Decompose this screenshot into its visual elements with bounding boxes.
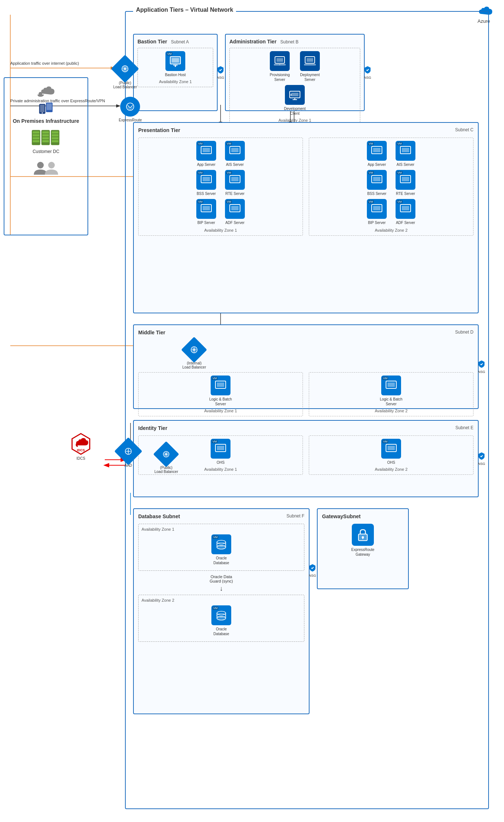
- db-z1-icon: VM: [211, 534, 231, 554]
- pres-z2-app-server: VM App Server: [364, 141, 390, 167]
- er-gateway-label: ExpressRoute Gateway: [351, 547, 375, 557]
- admin-nsg: NSG: [364, 65, 371, 79]
- bastion-nsg-label: NSG: [217, 76, 224, 79]
- identity-zone2-label: Availability Zone 2: [312, 467, 470, 472]
- svg-rect-27: [307, 58, 313, 62]
- admin-subnet-label: Subnet B: [280, 39, 299, 45]
- pres-z2-bip-label: BIP Server: [368, 220, 386, 225]
- identity-subnet-label: Subnet E: [455, 425, 473, 430]
- db-z1-label: Oracle Database: [208, 556, 234, 565]
- traffic-label-public: Application traffic over internet (publi…: [10, 61, 79, 65]
- users-icon: [4, 159, 87, 176]
- svg-rect-23: [276, 58, 283, 62]
- middle-zone1-label: Availability Zone 1: [142, 409, 300, 413]
- pres-z2-bss-server: VM BSS Server: [364, 170, 390, 196]
- database-subnet-title: Database Subnet: [138, 513, 180, 519]
- bastion-zone-box: VM Bastion Host Availability Zon: [137, 48, 213, 87]
- db-z2-icon: VM: [211, 605, 231, 625]
- pres-z2-rte-server: VM RTE Server: [393, 170, 418, 196]
- svg-rect-19: [172, 58, 179, 63]
- er-gateway-icon: [352, 524, 374, 546]
- db-sync-arrow: ↓: [138, 585, 304, 593]
- identity-nsg: NSG: [478, 452, 485, 466]
- pres-z1-bss-server: VM BSS Server: [193, 170, 219, 196]
- provisioning-server-icon: [270, 51, 290, 71]
- bastion-tier: Bastion Tier Subnet A VM: [133, 34, 218, 111]
- customer-dc-icon: [4, 128, 87, 147]
- presentation-tier: Presentation Tier Subnet C VM App Server: [133, 122, 479, 313]
- idcs-icon: IDCS: [69, 432, 93, 456]
- aad-unit: AAD: [118, 441, 138, 467]
- svg-rect-95: [42, 134, 49, 136]
- pres-z2-app-label: App Server: [368, 162, 386, 167]
- svg-rect-80: [362, 537, 363, 539]
- deployment-server-icon: [300, 51, 320, 71]
- svg-rect-58: [217, 382, 224, 387]
- db-zone1-box: Availability Zone 1 VM: [138, 524, 304, 571]
- svg-rect-28: [304, 64, 316, 65]
- identity-z2-ohs: VM OHS: [378, 439, 404, 465]
- presentation-zone2: VM App Server VM AIS Server: [309, 138, 473, 236]
- svg-rect-37: [203, 177, 210, 181]
- pres-z1-app-icon: VM: [196, 141, 216, 161]
- pres-z1-bip-label: BIP Server: [197, 220, 215, 225]
- gateway-subnet: GatewaySubnet ExpressRoute Gateway: [317, 508, 409, 589]
- middle-zone2: VM Logic & Batch Server Availability Zon…: [309, 372, 473, 416]
- middle-zone1: VM Logic & Batch Server Availability Zon…: [138, 372, 303, 416]
- pres-z1-ais-label: AIS Server: [226, 162, 244, 167]
- pres-z1-bss-icon: VM: [196, 170, 216, 190]
- presentation-subnet-label: Subnet C: [455, 127, 473, 132]
- svg-point-84: [42, 113, 43, 114]
- bastion-tier-title: Bastion Tier: [137, 39, 167, 45]
- svg-text:IDCS: IDCS: [77, 448, 85, 452]
- pres-z2-ais-label: AIS Server: [397, 162, 414, 167]
- middle-z1-server-label: Logic & Batch Server: [208, 397, 233, 406]
- pres-z2-app-icon: VM: [367, 141, 387, 161]
- app-tiers-box: Application Tiers – Virtual Network Bast…: [125, 11, 489, 809]
- svg-rect-102: [52, 140, 58, 142]
- pres-z1-rte-icon: VM: [225, 170, 245, 190]
- identity-tier-title: Identity Tier: [138, 425, 167, 431]
- svg-rect-89: [33, 131, 39, 134]
- db-nsg: NSG: [309, 563, 316, 577]
- svg-point-25: [279, 64, 280, 65]
- identity-z1-ohs-label: OHS: [217, 460, 225, 465]
- middle-tier-title: Middle Tier: [138, 330, 165, 335]
- svg-rect-45: [373, 148, 380, 152]
- svg-rect-92: [33, 140, 39, 142]
- pres-z1-app-label: App Server: [197, 162, 215, 167]
- identity-lb-icon: [153, 441, 179, 467]
- presentation-zones-row: VM App Server VM AIS Server: [138, 138, 473, 236]
- identity-z2-ohs-label: OHS: [387, 460, 395, 465]
- identity-tier: Identity Tier Subnet E VM OHS Avai: [133, 420, 479, 497]
- db-zone1-label: Availability Zone 1: [142, 527, 301, 531]
- middle-z1-icon: VM: [211, 376, 230, 395]
- bastion-host-label: Bastion Host: [165, 72, 186, 77]
- pres-z2-ais-server: VM AIS Server: [393, 141, 418, 167]
- admin-tier-title: Administration Tier: [229, 39, 276, 45]
- deployment-server-unit: Deployment Server: [297, 51, 323, 82]
- svg-point-103: [37, 162, 44, 168]
- svg-rect-99: [52, 131, 58, 134]
- traffic-label-private: Private administration traffic over Expr…: [10, 99, 105, 103]
- middle-nsg: NSG: [478, 360, 485, 374]
- db-z2-label: Oracle Database: [208, 627, 234, 636]
- identity-z1-ohs: VM OHS: [208, 439, 233, 465]
- svg-rect-62: [217, 446, 224, 450]
- middle-tier: Middle Tier Subnet D (Internal) Load Bal…: [133, 324, 479, 409]
- svg-point-20: [175, 65, 176, 67]
- svg-point-106: [126, 103, 134, 110]
- svg-rect-51: [402, 177, 409, 181]
- identity-zone2: VM OHS Availability Zone 2: [309, 435, 473, 475]
- db-sync-label: Oracle Data Guard (sync): [138, 574, 304, 583]
- expressroute-unit: ExpressRoute: [119, 97, 142, 122]
- pres-z2-rte-icon: VM: [396, 170, 415, 190]
- db-z1-unit: VM Oracle Database: [208, 534, 234, 565]
- presentation-tier-title: Presentation Tier: [138, 127, 180, 133]
- idcs-label: IDCS: [76, 456, 85, 460]
- pres-zone1-label: Availability Zone 1: [142, 228, 300, 232]
- internal-lb-icon: [181, 337, 207, 363]
- provisioning-server-unit: Provisioning Server: [267, 51, 293, 82]
- internal-lb-label: (Internal) Load Balancer: [182, 361, 206, 369]
- pres-z2-adf-icon: VM: [396, 199, 415, 219]
